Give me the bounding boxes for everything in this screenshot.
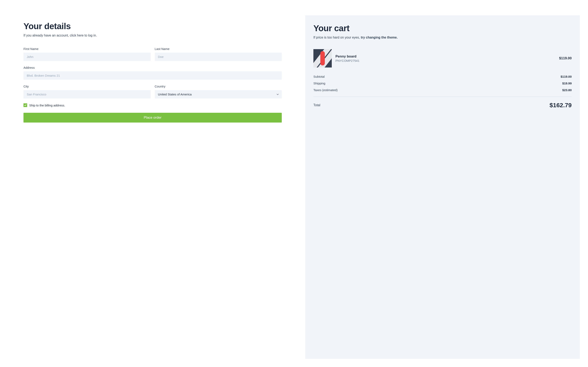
subtotal-value: $119.00	[561, 75, 572, 78]
details-panel: Your details If you already have an acco…	[8, 15, 297, 359]
shipping-value: $19.99	[562, 82, 572, 85]
shipping-label: Shipping	[313, 82, 325, 85]
cart-subtitle: If price is too hard on your eyes, try c…	[313, 36, 572, 39]
taxes-label: Taxes (estimated)	[313, 88, 337, 92]
place-order-button[interactable]: Place order	[24, 113, 282, 123]
subtotal-label: Subtotal	[313, 75, 325, 78]
check-icon	[24, 104, 26, 106]
taxes-value: $23.80	[562, 88, 572, 92]
city-label: City	[24, 85, 151, 88]
ship-to-billing-checkbox[interactable]	[24, 103, 27, 107]
total-value: $162.79	[550, 102, 572, 109]
address-input[interactable]	[24, 71, 282, 80]
first-name-input[interactable]	[24, 53, 151, 61]
first-name-label: First Name	[24, 47, 151, 50]
summary-divider	[313, 97, 572, 97]
cart-panel: Your cart If price is too hard on your e…	[305, 15, 580, 359]
shipping-row: Shipping $19.99	[313, 80, 572, 87]
cart-item-price: $119.00	[559, 56, 572, 60]
city-input[interactable]	[24, 90, 151, 99]
address-label: Address	[24, 66, 282, 69]
total-label: Total	[313, 103, 320, 107]
cart-heading: Your cart	[313, 24, 572, 33]
country-label: Country	[155, 85, 282, 88]
cart-item-name: Penny board	[336, 54, 555, 58]
details-subtitle: If you already have an account, click he…	[24, 34, 282, 37]
cart-item: Penny board PNYCOMP27541 $119.00	[313, 49, 572, 67]
last-name-label: Last Name	[155, 47, 282, 50]
ship-to-billing-label: Ship to the billing address.	[29, 104, 65, 107]
cart-item-image	[313, 49, 332, 67]
country-select[interactable]: United States of America	[155, 90, 282, 99]
cart-item-sku: PNYCOMP27541	[336, 59, 555, 62]
details-heading: Your details	[24, 21, 282, 31]
subtotal-row: Subtotal $119.00	[313, 73, 572, 80]
total-row: Total $162.79	[313, 100, 572, 110]
country-selected-value: United States of America	[155, 90, 282, 99]
last-name-input[interactable]	[155, 53, 282, 61]
taxes-row: Taxes (estimated) $23.80	[313, 87, 572, 93]
